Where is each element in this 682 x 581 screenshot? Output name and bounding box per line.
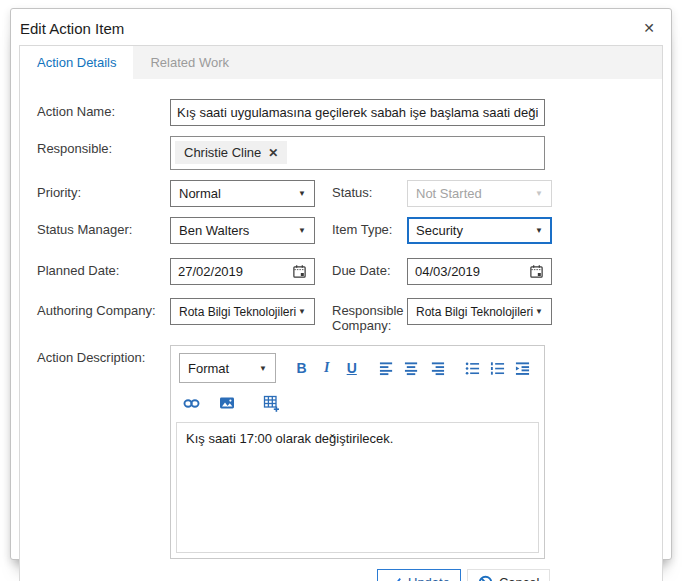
planned-date-input[interactable]: 27/02/2019 [170,258,315,285]
calendar-icon[interactable] [529,264,544,279]
chevron-down-icon: ▼ [259,364,267,373]
due-date-input[interactable]: 04/03/2019 [407,258,552,285]
chevron-down-icon: ▼ [298,307,306,316]
tab-strip: Action Details Related Work [20,46,662,79]
chevron-down-icon: ▼ [535,226,543,235]
due-date-label: Due Date: [332,258,407,285]
cancel-button-label: Cancel [499,575,539,581]
check-icon [388,576,402,581]
status-dropdown: Not Started ▼ [407,180,552,207]
priority-dropdown[interactable]: Normal ▼ [170,180,315,207]
responsible-label: Responsible: [37,136,170,170]
responsible-company-value: Rota Bilgi Teknolojileri [416,305,533,319]
chevron-down-icon: ▼ [535,189,543,198]
align-right-icon[interactable] [426,356,449,380]
indent-icon[interactable] [511,356,534,380]
align-center-icon[interactable] [400,356,423,380]
authoring-company-dropdown[interactable]: Rota Bilgi Teknolojileri ▼ [170,298,315,325]
priority-status-row: Priority: Normal ▼ Status: Not Started ▼ [37,180,662,207]
calendar-icon[interactable] [292,264,307,279]
responsible-company-dropdown[interactable]: Rota Bilgi Teknolojileri ▼ [407,298,552,325]
dialog-footer: Update Cancel [37,569,662,581]
tab-action-details[interactable]: Action Details [20,46,133,79]
link-icon[interactable] [179,391,203,415]
tab-related-work[interactable]: Related Work [133,46,246,79]
description-textarea[interactable]: Kış saati 17:00 olarak değiştirilecek. [176,422,539,553]
status-value: Not Started [416,186,482,201]
action-name-input[interactable] [170,99,545,126]
form-area: Action Name: Responsible: Christie Cline… [20,79,662,581]
format-value: Format [188,361,229,376]
companies-row: Authoring Company: Rota Bilgi Teknolojil… [37,298,662,333]
format-dropdown[interactable]: Format ▼ [179,353,276,383]
remove-person-icon[interactable]: ✕ [268,146,278,160]
item-type-dropdown[interactable]: Security ▼ [407,217,552,244]
editor-toolbar-row2 [171,385,544,422]
status-manager-label: Status Manager: [37,217,170,244]
circle-slash-icon [478,575,493,581]
italic-button[interactable]: I [315,356,338,380]
tab-container: Action Details Related Work Action Name:… [19,45,663,581]
authoring-company-value: Rota Bilgi Teknolojileri [179,305,296,319]
status-manager-value: Ben Walters [179,223,249,238]
priority-label: Priority: [37,180,170,207]
person-tag-name: Christie Cline [184,145,261,160]
status-label: Status: [332,180,407,207]
editor-toolbar-row1: Format ▼ B I U [171,346,544,385]
bold-button[interactable]: B [290,356,313,380]
chevron-down-icon: ▼ [298,226,306,235]
chevron-down-icon: ▼ [535,307,543,316]
action-name-label: Action Name: [37,99,170,126]
authoring-company-label: Authoring Company: [37,298,170,333]
action-name-row: Action Name: [37,99,662,126]
item-type-label: Item Type: [332,217,407,244]
dates-row: Planned Date: 27/02/2019 Due Date: [37,258,662,285]
priority-value: Normal [179,186,221,201]
dialog-header: Edit Action Item ✕ [11,9,671,43]
underline-button[interactable]: U [340,356,363,380]
responsible-company-label: Responsible Company: [332,298,407,333]
update-button-label: Update [408,575,450,581]
item-type-value: Security [416,223,463,238]
person-tag: Christie Cline ✕ [175,141,287,164]
planned-date-label: Planned Date: [37,258,170,285]
update-button[interactable]: Update [377,569,461,581]
align-left-icon[interactable] [375,356,398,380]
numbered-list-icon[interactable] [486,356,509,380]
action-description-label: Action Description: [37,345,170,559]
status-manager-dropdown[interactable]: Ben Walters ▼ [170,217,315,244]
image-icon[interactable] [215,391,239,415]
table-icon[interactable] [259,391,283,415]
bullet-list-icon[interactable] [461,356,484,380]
description-row: Action Description: Format ▼ B I U [37,345,662,559]
due-date-value: 04/03/2019 [415,264,480,279]
chevron-down-icon: ▼ [298,189,306,198]
responsible-people-picker[interactable]: Christie Cline ✕ [170,136,545,170]
close-icon[interactable]: ✕ [641,19,657,37]
responsible-row: Responsible: Christie Cline ✕ [37,136,662,170]
dialog-title: Edit Action Item [20,20,124,37]
statusmanager-itemtype-row: Status Manager: Ben Walters ▼ Item Type:… [37,217,662,244]
edit-action-item-dialog: Edit Action Item ✕ Action Details Relate… [10,8,672,560]
cancel-button[interactable]: Cancel [467,569,550,581]
planned-date-value: 27/02/2019 [178,264,243,279]
rich-text-editor: Format ▼ B I U [170,345,545,559]
